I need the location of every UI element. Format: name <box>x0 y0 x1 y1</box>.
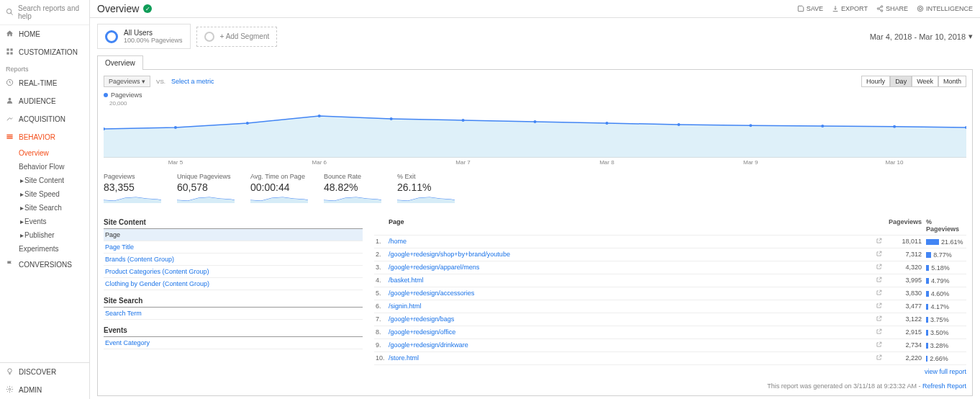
open-icon[interactable] <box>876 354 886 362</box>
left-tables: Site Content Page Page Title Brands (Con… <box>104 216 363 378</box>
bulb-icon <box>6 367 14 377</box>
gran-month[interactable]: Month <box>938 76 966 87</box>
table-row: 3. /google+redesign/apparel/mens 4,320 5… <box>374 261 966 274</box>
svg-point-22 <box>390 117 393 120</box>
pageviews-pct: 4.60% <box>922 290 965 297</box>
gear-icon <box>6 385 14 395</box>
gran-week[interactable]: Week <box>912 76 938 87</box>
scorecard[interactable]: Unique Pageviews 60,578 <box>177 173 242 205</box>
panel: Pageviews ▾ VS. Select a metric Hourly D… <box>97 70 973 396</box>
list-item[interactable]: Page <box>104 229 363 241</box>
open-icon[interactable] <box>876 290 886 297</box>
sidebar-item-admin[interactable]: ADMIN <box>0 381 89 399</box>
sidebar-sub-sitespeed[interactable]: ▸Site Speed <box>0 187 89 201</box>
table-row: 4. /basket.html 3,995 4.79% <box>374 274 966 287</box>
sidebar-sub-publisher[interactable]: ▸Publisher <box>0 228 89 242</box>
page-url-link[interactable]: /store.html <box>389 354 876 362</box>
add-segment[interactable]: + Add Segment <box>196 27 278 47</box>
sidebar-item-behavior[interactable]: BEHAVIOR <box>0 128 89 146</box>
open-icon[interactable] <box>876 328 886 336</box>
sidebar-item-realtime[interactable]: REAL-TIME <box>0 74 89 92</box>
segment-all-users[interactable]: All Users 100.00% Pageviews <box>97 24 191 49</box>
export-button[interactable]: EXPORT <box>832 5 868 12</box>
search[interactable]: Search reports and help <box>0 0 89 25</box>
table-row: 1. /home 18,011 21.61% <box>374 236 966 248</box>
page-table: Page Pageviews % Pageviews 1. /home 18,0… <box>374 216 966 378</box>
clock-icon <box>6 79 14 88</box>
open-icon[interactable] <box>876 277 886 284</box>
list-item[interactable]: Search Term <box>104 308 363 320</box>
page-url-link[interactable]: /home <box>389 238 876 246</box>
page-url-link[interactable]: /google+redesign/office <box>389 328 876 336</box>
view-full-report-link[interactable]: view full report <box>374 365 966 378</box>
page-url-link[interactable]: /basket.html <box>389 277 876 284</box>
sidebar-sub-events[interactable]: ▸Events <box>0 215 89 228</box>
open-icon[interactable] <box>876 238 886 246</box>
segment-name: All Users <box>124 29 183 37</box>
open-icon[interactable] <box>876 264 886 272</box>
svg-rect-3 <box>10 48 12 50</box>
chevron-down-icon: ▾ <box>968 32 973 41</box>
page-url-link[interactable]: /google+redesign/drinkware <box>389 341 876 349</box>
page-table-header: Page Pageviews % Pageviews <box>374 216 966 236</box>
open-icon[interactable] <box>876 251 886 259</box>
page-url-link[interactable]: /google+redesign/accessories <box>389 290 876 297</box>
pageviews-pct: 3.50% <box>922 328 965 336</box>
list-item[interactable]: Product Categories (Content Group) <box>104 266 363 278</box>
tab-overview[interactable]: Overview <box>97 55 143 70</box>
open-icon[interactable] <box>876 341 886 349</box>
tabs: Overview <box>97 55 973 70</box>
page-url-link[interactable]: /google+redesign/bags <box>389 315 876 323</box>
segments-row: All Users 100.00% Pageviews + Add Segmen… <box>97 24 973 49</box>
gran-hourly[interactable]: Hourly <box>861 76 890 87</box>
date-range-picker[interactable]: Mar 4, 2018 - Mar 10, 2018 ▾ <box>870 32 973 41</box>
select-metric-link[interactable]: Select a metric <box>171 78 214 85</box>
page-url-link[interactable]: /google+redesign/apparel/mens <box>389 264 876 272</box>
list-item[interactable]: Event Category <box>104 337 363 349</box>
svg-point-28 <box>821 125 824 127</box>
svg-point-12 <box>9 388 11 390</box>
scorecard[interactable]: Avg. Time on Page 00:00:44 <box>250 173 315 205</box>
refresh-report-link[interactable]: Refresh Report <box>922 382 966 390</box>
sidebar-item-acquisition[interactable]: ACQUISITION <box>0 110 89 128</box>
events-header: Events <box>104 324 363 337</box>
open-icon[interactable] <box>876 315 886 323</box>
scorecard[interactable]: % Exit 26.11% <box>397 173 462 205</box>
pageviews-value: 3,830 <box>886 290 922 297</box>
open-icon[interactable] <box>876 302 886 310</box>
pageviews-pct: 3.75% <box>922 315 965 323</box>
tables-row: Site Content Page Page Title Brands (Con… <box>104 216 966 378</box>
intelligence-button[interactable]: INTELLIGENCE <box>917 5 973 12</box>
scorecard[interactable]: Bounce Rate 48.82% <box>324 173 389 205</box>
sidebar-sub-overview[interactable]: Overview <box>0 146 89 160</box>
list-item[interactable]: Page Title <box>104 241 363 254</box>
sidebar-sub-experiments[interactable]: Experiments <box>0 242 89 256</box>
scorecard-value: 60,578 <box>177 181 242 193</box>
sidebar-item-audience[interactable]: AUDIENCE <box>0 92 89 110</box>
sidebar-sub-behaviorflow[interactable]: Behavior Flow <box>0 160 89 174</box>
person-icon <box>6 97 14 106</box>
svg-point-24 <box>534 120 537 123</box>
segment-sub: 100.00% Pageviews <box>124 37 183 44</box>
scorecard[interactable]: Pageviews 83,355 <box>104 173 168 205</box>
scorecard-value: 83,355 <box>104 181 168 193</box>
sidebar-item-customization[interactable]: CUSTOMIZATION <box>0 43 89 61</box>
metric-selector[interactable]: Pageviews ▾ <box>104 76 150 87</box>
sidebar-item-home[interactable]: HOME <box>0 25 89 43</box>
page-url-link[interactable]: /signin.html <box>389 302 876 310</box>
sidebar-sub-sitecontent[interactable]: ▸Site Content <box>0 174 89 187</box>
table-row: 5. /google+redesign/accessories 3,830 4.… <box>374 287 966 300</box>
page-title: Overview <box>97 3 139 14</box>
pageviews-value: 3,995 <box>886 277 922 284</box>
list-item[interactable]: Clothing by Gender (Content Group) <box>104 278 363 290</box>
share-button[interactable]: SHARE <box>876 5 908 12</box>
page-url-link[interactable]: /google+redesign/shop+by+brand/youtube <box>389 251 876 259</box>
gran-day[interactable]: Day <box>890 76 912 87</box>
sidebar-sub-sitesearch[interactable]: ▸Site Search <box>0 201 89 215</box>
save-button[interactable]: SAVE <box>797 5 823 12</box>
sidebar-item-discover[interactable]: DISCOVER <box>0 363 89 381</box>
sidebar-item-conversions[interactable]: CONVERSIONS <box>0 256 89 274</box>
pageviews-value: 3,477 <box>886 302 922 310</box>
svg-point-25 <box>605 122 608 125</box>
list-item[interactable]: Brands (Content Group) <box>104 254 363 266</box>
